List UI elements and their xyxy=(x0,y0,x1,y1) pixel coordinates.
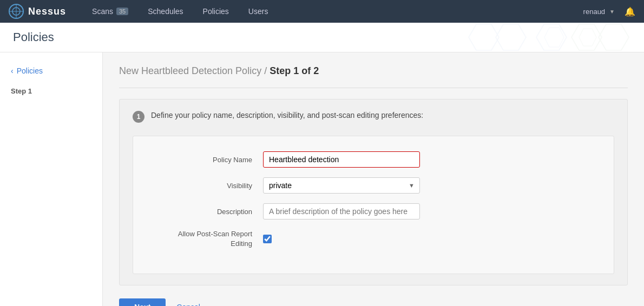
policy-name-row: Policy Name xyxy=(155,151,592,168)
nav-users[interactable]: Users xyxy=(239,0,278,23)
next-button[interactable]: Next xyxy=(119,298,166,306)
navbar-right: renaud ▼ 🔔 xyxy=(583,6,635,17)
svg-marker-6 xyxy=(536,24,567,50)
bell-icon[interactable]: 🔔 xyxy=(625,6,635,17)
visibility-row: Visibility private public ▼ xyxy=(155,177,592,194)
svg-marker-9 xyxy=(579,29,596,46)
policy-name-input[interactable] xyxy=(263,151,420,168)
nav-links: Scans 35 Schedules Policies Users xyxy=(82,0,583,23)
username-label: renaud xyxy=(583,8,605,16)
svg-marker-10 xyxy=(599,24,629,50)
breadcrumb-prefix: New Heartbleed Detection Policy / xyxy=(119,65,270,76)
page-title: Policies xyxy=(13,30,54,44)
nav-scans[interactable]: Scans 35 xyxy=(82,0,138,23)
button-row: Next Cancel xyxy=(119,298,628,306)
policy-form: Policy Name Visibility private public ▼ xyxy=(133,136,614,274)
breadcrumb-step: Step 1 of 2 xyxy=(270,65,319,76)
step-header: 1 Define your policy name, description, … xyxy=(133,110,614,123)
svg-marker-5 xyxy=(496,24,526,50)
page-header: Policies xyxy=(0,23,644,52)
visibility-select[interactable]: private public xyxy=(263,177,420,194)
description-input[interactable] xyxy=(263,203,420,219)
main-layout: ‹ Policies Step 1 New Heartbleed Detecti… xyxy=(0,52,644,306)
step-card: 1 Define your policy name, description, … xyxy=(119,99,628,285)
brand-logo[interactable]: Nessus xyxy=(9,4,66,19)
visibility-select-wrap: private public ▼ xyxy=(263,177,420,194)
step-instruction: Define your policy name, description, vi… xyxy=(151,110,423,121)
navbar: Nessus Scans 35 Schedules Policies Users… xyxy=(0,0,644,23)
breadcrumb: New Heartbleed Detection Policy / Step 1… xyxy=(119,65,628,77)
post-scan-row: Allow Post-Scan Report Editing xyxy=(155,229,592,249)
visibility-label: Visibility xyxy=(155,182,263,190)
svg-marker-7 xyxy=(544,28,564,47)
breadcrumb-divider xyxy=(119,88,628,88)
sidebar-step1: Step 1 xyxy=(0,83,102,99)
sidebar: ‹ Policies Step 1 xyxy=(0,52,103,306)
step-number: 1 xyxy=(133,111,144,123)
header-decoration xyxy=(258,23,644,52)
post-scan-checkbox[interactable] xyxy=(263,235,272,243)
description-label: Description xyxy=(155,208,263,216)
nav-policies[interactable]: Policies xyxy=(193,0,239,23)
content-area: New Heartbleed Detection Policy / Step 1… xyxy=(103,52,644,306)
back-arrow-icon: ‹ xyxy=(11,66,14,75)
sidebar-back-link[interactable]: ‹ Policies xyxy=(0,63,102,78)
user-chevron-icon[interactable]: ▼ xyxy=(609,9,615,15)
description-row: Description xyxy=(155,203,592,219)
svg-marker-8 xyxy=(571,24,602,50)
post-scan-label: Allow Post-Scan Report Editing xyxy=(155,229,263,249)
cancel-button[interactable]: Cancel xyxy=(174,298,202,306)
brand-name: Nessus xyxy=(28,6,66,17)
svg-marker-4 xyxy=(469,24,499,50)
scans-badge: 35 xyxy=(116,8,128,15)
post-scan-checkbox-wrap xyxy=(263,235,272,243)
policy-name-label: Policy Name xyxy=(155,156,263,164)
nav-schedules[interactable]: Schedules xyxy=(138,0,193,23)
